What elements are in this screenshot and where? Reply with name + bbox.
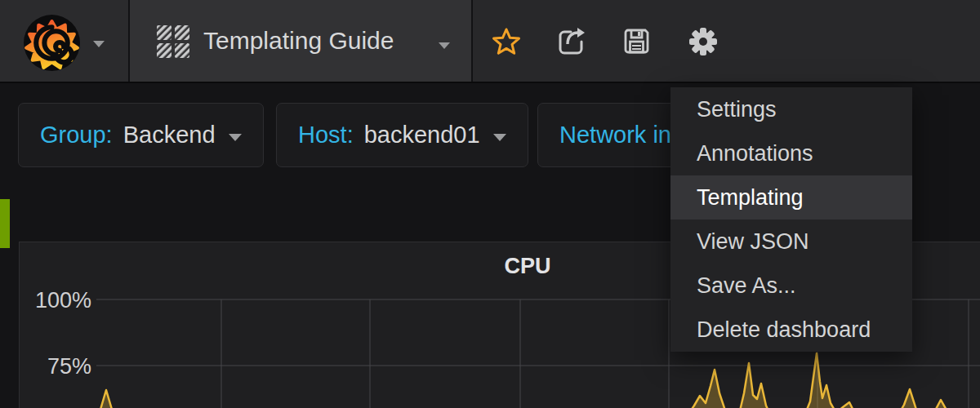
template-var-label: Network in bbox=[559, 122, 671, 149]
dashboard-title: Templating Guide bbox=[203, 0, 394, 82]
template-var-label: Host: bbox=[298, 122, 354, 149]
template-var-group[interactable]: Group: Backend bbox=[18, 103, 264, 167]
template-var-value: backend01 bbox=[364, 122, 480, 149]
chevron-down-icon bbox=[493, 134, 506, 141]
grafana-logo-button[interactable] bbox=[0, 0, 128, 82]
logo-caret-icon bbox=[93, 41, 105, 47]
template-var-label: Group: bbox=[40, 122, 113, 149]
menu-item-annotations[interactable]: Annotations bbox=[670, 131, 912, 175]
menu-item-save-as[interactable]: Save As... bbox=[670, 264, 912, 308]
menu-item-settings[interactable]: Settings bbox=[670, 87, 912, 131]
share-icon[interactable] bbox=[555, 26, 588, 57]
settings-dropdown-menu: Settings Annotations Templating View JSO… bbox=[670, 87, 912, 352]
menu-item-templating[interactable]: Templating bbox=[670, 175, 912, 220]
save-icon[interactable] bbox=[621, 26, 652, 56]
menu-item-view-json[interactable]: View JSON bbox=[670, 220, 912, 264]
top-navbar: Templating Guide bbox=[0, 0, 980, 83]
grafana-logo-icon bbox=[23, 14, 81, 72]
star-icon[interactable] bbox=[492, 27, 521, 56]
row-menu-tab[interactable] bbox=[0, 199, 10, 248]
menu-item-delete-dashboard[interactable]: Delete dashboard bbox=[670, 308, 912, 352]
navbar-divider bbox=[471, 0, 473, 82]
template-var-host[interactable]: Host: backend01 bbox=[276, 103, 528, 167]
title-caret-icon bbox=[439, 42, 450, 49]
template-var-value: Backend bbox=[123, 122, 216, 149]
dashboard-title-button[interactable]: Templating Guide bbox=[130, 0, 471, 82]
chevron-down-icon bbox=[229, 134, 242, 141]
gear-icon[interactable] bbox=[688, 27, 718, 56]
dashboard-grid-icon bbox=[157, 25, 189, 58]
